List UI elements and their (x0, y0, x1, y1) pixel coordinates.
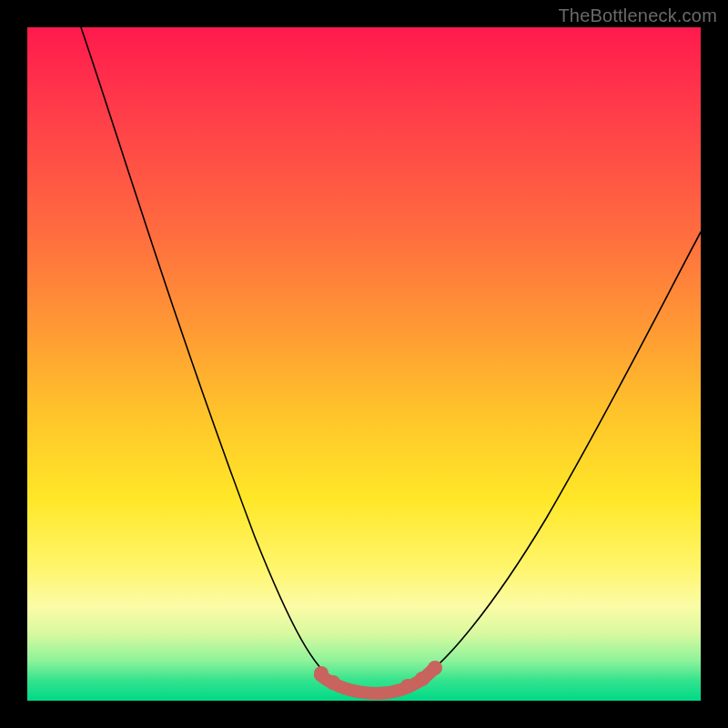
watermark-text: TheBottleneck.com (558, 5, 717, 26)
highlight-dot (314, 666, 329, 681)
highlight-dot (428, 661, 442, 675)
chart-frame: TheBottleneck.com (0, 0, 728, 728)
highlight-dot (415, 672, 430, 686)
bottleneck-curve-line (81, 27, 701, 693)
highlight-dot (400, 679, 415, 693)
plot-area (27, 27, 701, 701)
highlight-dot (326, 675, 340, 690)
bottleneck-curve-svg (27, 27, 701, 701)
